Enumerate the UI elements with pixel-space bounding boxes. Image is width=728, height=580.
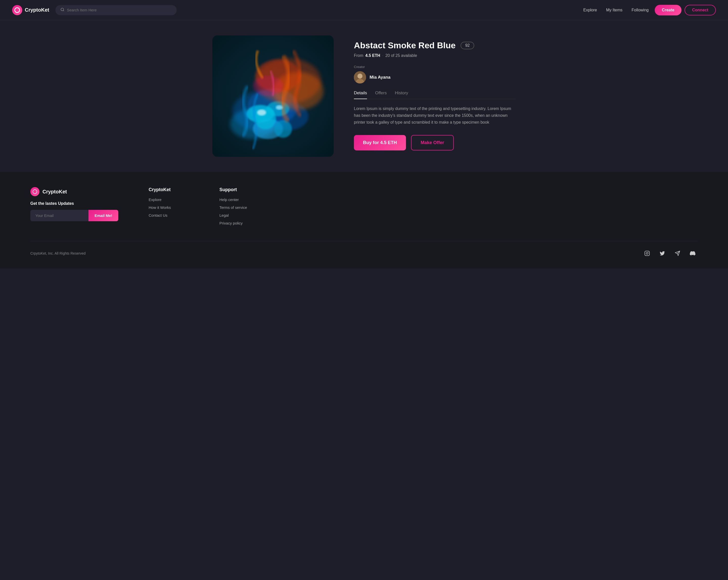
telegram-icon[interactable] [672,248,682,258]
footer-link-help[interactable]: Help center [219,198,260,202]
footer-col-cryptoket: CryptoKet Explore How it Works Contact U… [149,187,189,229]
svg-point-16 [257,109,266,116]
footer-link-legal[interactable]: Legal [219,213,260,218]
footer-col-support: Support Help center Terms of service Leg… [219,187,260,229]
tab-history[interactable]: History [395,91,408,99]
footer-brand: CryptoKet Get the lastes Updates Email M… [30,187,118,229]
footer-link-contact[interactable]: Contact Us [149,213,189,218]
footer-copyright: CrpytoKet, Inc. All Rights Reserved [30,251,86,255]
logo-text: CryptoKet [25,7,49,13]
search-icon [60,7,64,12]
footer-logo: CryptoKet [30,187,118,196]
search-bar [55,5,177,15]
nft-description: Lorem Ipsum is simply dummy text of the … [354,105,516,126]
offer-button[interactable]: Make Offer [411,135,454,150]
email-input[interactable] [30,210,88,221]
twitter-icon[interactable] [657,248,667,258]
footer-tagline: Get the lastes Updates [30,201,118,206]
instagram-icon[interactable] [642,248,652,258]
footer-link-privacy[interactable]: Privacy policy [219,221,260,225]
footer-link-explore[interactable]: Explore [149,198,189,202]
svg-point-11 [274,120,292,138]
action-row: Buy for 4.5 ETH Make Offer [354,135,516,150]
footer-col1-title: CryptoKet [149,187,189,193]
creator-label: Creator [354,65,516,69]
price-label: From [354,53,363,58]
footer-link-terms[interactable]: Terms of service [219,205,260,209]
connect-button[interactable]: Connect [684,5,716,16]
svg-point-17 [276,105,283,110]
search-input[interactable] [67,8,172,12]
nav-links: Explore My Items Following [583,8,649,12]
footer-col2-title: Support [219,187,260,193]
footer-logo-text: CryptoKet [43,189,67,195]
email-button[interactable]: Email Me! [88,210,118,221]
svg-point-0 [61,8,64,11]
title-row: Abstact Smoke Red Blue 92 [354,41,516,50]
nft-title: Abstact Smoke Red Blue [354,41,456,50]
email-row: Email Me! [30,210,118,221]
detail-panel: Abstact Smoke Red Blue 92 From 4.5 ETH ·… [354,35,516,150]
footer-top: CryptoKet Get the lastes Updates Email M… [30,187,698,241]
logo-icon [12,5,22,15]
svg-rect-21 [645,251,649,256]
creator-row: Mia Ayana [354,71,516,83]
discord-icon[interactable] [687,248,698,258]
tab-offers[interactable]: Offers [375,91,387,99]
tabs: Details Offers History [354,91,516,99]
svg-point-22 [646,252,648,254]
nav-link-following[interactable]: Following [632,8,649,12]
footer-link-how-it-works[interactable]: How it Works [149,205,189,209]
nav-link-my-items[interactable]: My Items [606,8,623,12]
availability: 20 of 25 available [385,53,417,58]
footer: CryptoKet Get the lastes Updates Email M… [0,172,728,269]
footer-bottom: CrpytoKet, Inc. All Rights Reserved [30,241,698,258]
svg-point-23 [648,252,649,252]
creator-avatar [354,71,366,83]
svg-point-15 [253,76,283,96]
footer-logo-icon [30,187,40,196]
svg-line-1 [63,10,64,11]
buy-button[interactable]: Buy for 4.5 ETH [354,135,406,150]
main-content: Abstact Smoke Red Blue 92 From 4.5 ETH ·… [182,20,546,172]
tab-details[interactable]: Details [354,91,367,99]
price-row: From 4.5 ETH · 20 of 25 available [354,53,516,58]
nft-badge: 92 [461,42,474,49]
logo[interactable]: CryptoKet [12,5,49,15]
social-icons [642,248,698,258]
creator-name: Mia Ayana [369,75,391,80]
nav-link-explore[interactable]: Explore [583,8,597,12]
price-value: 4.5 ETH [365,53,380,58]
svg-point-19 [358,74,363,79]
nft-image [212,35,334,157]
navbar: CryptoKet Explore My Items Following Cre… [0,0,728,20]
create-button[interactable]: Create [655,5,681,16]
